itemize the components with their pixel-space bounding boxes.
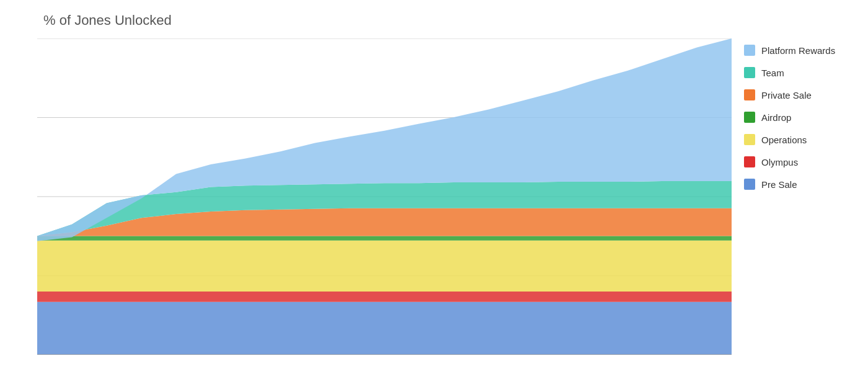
legend-label-airdrop: Airdrop xyxy=(761,112,791,123)
legend-color-operations xyxy=(744,134,755,145)
legend-color-platform-rewards xyxy=(744,45,755,56)
area-operations xyxy=(37,241,732,292)
chart-svg: 100 75 50 25 0 xyxy=(37,38,732,355)
legend-label-operations: Operations xyxy=(761,135,807,145)
legend-color-pre-sale xyxy=(744,179,755,190)
legend-label-platform-rewards: Platform Rewards xyxy=(761,45,835,56)
legend-item-airdrop: Airdrop xyxy=(744,112,856,123)
legend-item-team: Team xyxy=(744,67,856,78)
legend-item-platform-rewards: Platform Rewards xyxy=(744,45,856,56)
chart-area: 100 75 50 25 0 xyxy=(37,38,732,355)
area-olympus xyxy=(37,292,732,302)
legend-color-team xyxy=(744,67,755,78)
legend-label-olympus: Olympus xyxy=(761,157,798,167)
legend-color-airdrop xyxy=(744,112,755,123)
legend-label-team: Team xyxy=(761,68,784,78)
legend-item-pre-sale: Pre Sale xyxy=(744,179,856,190)
area-airdrop xyxy=(37,236,732,240)
legend-label-private-sale: Private Sale xyxy=(761,90,812,100)
legend-item-olympus: Olympus xyxy=(744,156,856,167)
legend-label-pre-sale: Pre Sale xyxy=(761,179,797,190)
chart-container: % of Jones Unlocked 100 75 50 25 0 xyxy=(0,0,868,392)
chart-legend: Platform Rewards Team Private Sale Airdr… xyxy=(732,38,856,355)
chart-title: % of Jones Unlocked xyxy=(43,12,856,29)
legend-item-private-sale: Private Sale xyxy=(744,89,856,100)
legend-item-operations: Operations xyxy=(744,134,856,145)
area-pre-sale xyxy=(37,302,732,355)
legend-color-private-sale xyxy=(744,89,755,100)
chart-body: 100 75 50 25 0 xyxy=(37,38,856,355)
legend-color-olympus xyxy=(744,156,755,167)
